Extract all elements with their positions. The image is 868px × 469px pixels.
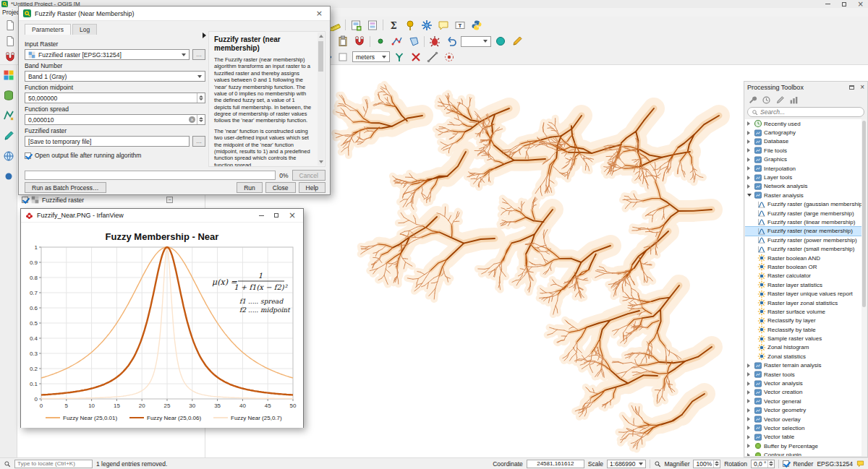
digipoly-button[interactable] — [407, 34, 421, 48]
chevron-right-icon[interactable] — [747, 408, 753, 413]
chevron-right-icon[interactable] — [747, 148, 753, 152]
nodedot-button[interactable] — [442, 50, 456, 64]
newtemp-button[interactable] — [1, 129, 16, 143]
toolbox-item-raster-boolean-or[interactable]: Raster boolean OR — [745, 262, 867, 271]
toolbox-item-vector-general[interactable]: Vector general — [745, 397, 867, 405]
chevron-right-icon[interactable] — [747, 166, 753, 171]
layer-visibility-checkbox[interactable] — [22, 197, 28, 203]
vertexY-button[interactable] — [392, 50, 407, 64]
crs-badge[interactable]: EPSG:31254 — [817, 460, 853, 468]
help-collapse-icon[interactable] — [203, 33, 206, 38]
toolbox-search[interactable] — [747, 107, 864, 117]
chevron-right-icon[interactable] — [747, 453, 753, 456]
dialog-close-icon[interactable]: × — [313, 9, 326, 18]
toolbox-item-layer-tools[interactable]: Layer tools — [745, 173, 867, 181]
search-input[interactable] — [760, 108, 860, 116]
chevron-right-icon[interactable] — [747, 426, 753, 430]
toolbox-item-vector-overlay[interactable]: Vector overlay — [745, 415, 867, 423]
wrench-button[interactable] — [746, 94, 758, 106]
digiline-button[interactable] — [390, 34, 404, 48]
toolbox-item-raster-layer-statistics[interactable]: Raster layer statistics — [745, 280, 867, 289]
toolbox-item-fuzzify-raster-linear-membership[interactable]: Fuzzify raster (linear membership) — [745, 218, 867, 226]
coordinate-input[interactable] — [527, 460, 584, 468]
sq-button[interactable] — [336, 50, 350, 64]
clipboard-button[interactable] — [336, 34, 350, 48]
midpoint-spinbox[interactable]: 50,000000 — [25, 92, 205, 103]
toolbox-item-contour-plugin[interactable]: Contour plugin — [745, 450, 867, 456]
processing-button[interactable] — [420, 18, 434, 33]
output-field[interactable]: [Save to temporary file] — [25, 136, 190, 147]
undo-button[interactable] — [444, 34, 459, 48]
newshp-button[interactable] — [1, 108, 16, 123]
toolbox-scrollbar[interactable] — [861, 119, 867, 456]
scale-combo[interactable]: 1:686990 — [607, 460, 645, 468]
minimize-icon[interactable] — [825, 4, 830, 4]
toolbox-item-fuzzify-raster-near-membership[interactable]: Fuzzify raster (near membership) — [745, 227, 867, 236]
digipoint-button[interactable] — [373, 34, 388, 48]
messages-icon[interactable] — [856, 460, 864, 468]
magnet-button[interactable] — [352, 34, 367, 48]
chevron-right-icon[interactable] — [747, 417, 753, 421]
toolbox-item-raster-layer-zonal-statistics[interactable]: Raster layer zonal statistics — [745, 298, 867, 307]
expression-combo[interactable] — [461, 36, 491, 47]
input-raster-browse-button[interactable]: … — [192, 49, 205, 60]
pin-button[interactable] — [403, 18, 417, 33]
layoutnew-button[interactable] — [349, 18, 363, 33]
layer-item[interactable]: Fuzzified raster — [22, 196, 84, 204]
chevron-right-icon[interactable] — [747, 121, 753, 126]
toolbox-item-zonal-statistics[interactable]: Zonal statistics — [745, 352, 867, 361]
pencil-button[interactable] — [510, 34, 524, 48]
toolbox-item-raster-tools[interactable]: Raster tools — [745, 370, 867, 379]
toolbox-item-raster-analysis[interactable]: Raster analysis — [745, 191, 867, 199]
toolbox-item-sample-raster-values[interactable]: Sample raster values — [745, 334, 867, 343]
wmsglobe-button[interactable] — [1, 149, 16, 163]
toolbox-item-cartography[interactable]: Cartography — [745, 128, 867, 137]
toolbox-item-raster-boolean-and[interactable]: Raster boolean AND — [745, 254, 867, 262]
chevron-right-icon[interactable] — [747, 176, 753, 180]
irfan-close-icon[interactable]: × — [289, 213, 296, 218]
toolbox-item-vector-selection[interactable]: Vector selection — [745, 423, 867, 432]
magnifier-spin[interactable]: 100% — [693, 460, 720, 468]
chevron-right-icon[interactable] — [747, 435, 753, 439]
toolbox-item-recently-used[interactable]: Recently used — [745, 119, 867, 128]
close-button[interactable]: Close — [265, 182, 296, 193]
tab-parameters[interactable]: Parameters — [25, 24, 71, 35]
render-checkbox[interactable] — [783, 460, 789, 467]
toolbox-item-raster-surface-volume[interactable]: Raster surface volume — [745, 307, 867, 316]
chevron-right-icon[interactable] — [747, 139, 753, 144]
scrollbar-thumb[interactable] — [862, 121, 866, 307]
close-icon[interactable]: × — [858, 1, 864, 7]
toolbox-item-reclassify-by-layer[interactable]: Reclassify by layer — [745, 317, 867, 325]
open-after-checkbox[interactable] — [25, 152, 31, 159]
toolbox-item-vector-creation[interactable]: Vector creation — [745, 388, 867, 397]
toolbox-item-file-tools[interactable]: File tools — [745, 146, 867, 155]
toolbox-item-fuzzify-raster-small-membership[interactable]: Fuzzify raster (small membership) — [745, 244, 867, 253]
chevron-down-icon[interactable] — [747, 194, 753, 197]
maximize-icon[interactable] — [842, 2, 846, 7]
toolbox-item-reclassify-by-table[interactable]: Reclassify by table — [745, 325, 867, 334]
spin-arrows-icon[interactable] — [713, 460, 720, 468]
irfan-minimize-icon[interactable] — [259, 215, 264, 216]
toolbox-item-fuzzify-raster-large-membership[interactable]: Fuzzify raster (large membership) — [745, 209, 867, 218]
toolbox-item-fuzzify-raster-gaussian-membership[interactable]: Fuzzify raster (gaussian membership) — [745, 200, 867, 209]
toolbox-item-vector-table[interactable]: Vector table — [745, 433, 867, 442]
toolbox-item-buffer-by-percentage[interactable]: Buffer by Percentage — [745, 442, 867, 450]
chevron-right-icon[interactable] — [747, 372, 753, 377]
scroll-down-icon[interactable] — [319, 160, 323, 163]
chevron-right-icon[interactable] — [747, 131, 753, 135]
help-button[interactable]: Help — [299, 182, 326, 193]
chevron-right-icon[interactable] — [747, 382, 753, 386]
results-button[interactable] — [788, 94, 799, 106]
help-scrollbar[interactable] — [318, 33, 324, 165]
cancel-button[interactable]: Cancel — [292, 170, 326, 181]
spin-arrows-icon[interactable] — [767, 460, 774, 468]
scrollbar-thumb[interactable] — [318, 41, 323, 72]
chevron-right-icon[interactable] — [747, 444, 753, 448]
newgpkg-button[interactable] — [1, 88, 16, 103]
bug-button[interactable] — [427, 34, 442, 48]
spread-spinbox[interactable]: 0,000010 × — [25, 114, 205, 125]
chevron-right-icon[interactable] — [747, 390, 753, 395]
dialog-titlebar[interactable]: Fuzzify Raster (Near Membership) × — [19, 7, 330, 21]
chevron-right-icon[interactable] — [747, 158, 753, 162]
toolbox-item-database[interactable]: Database — [745, 137, 867, 146]
